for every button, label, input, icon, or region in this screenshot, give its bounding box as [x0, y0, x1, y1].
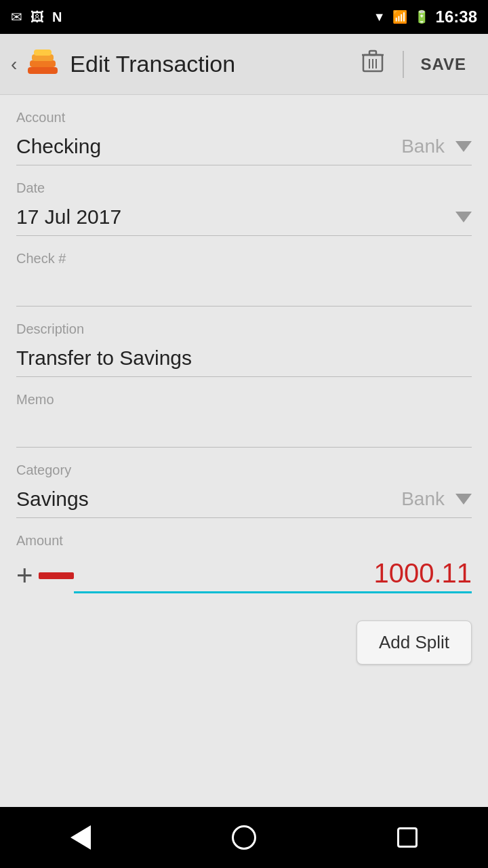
category-secondary: Bank: [401, 488, 445, 510]
recents-nav-icon: [397, 827, 418, 848]
gmail-icon: ✉: [11, 9, 22, 25]
trash-icon: [362, 50, 384, 79]
check-section: Check #: [0, 236, 488, 307]
main-content: Account Checking Bank Date 17 Jul 2017 C…: [0, 95, 488, 807]
nav-back-button[interactable]: [43, 818, 118, 856]
account-value: Checking: [16, 135, 401, 158]
account-secondary: Bank: [401, 136, 445, 157]
signal-icon: 📶: [392, 9, 407, 24]
account-field-row[interactable]: Checking Bank: [16, 128, 472, 165]
page-title: Edit Transaction: [70, 51, 348, 77]
check-input[interactable]: [16, 269, 472, 307]
battery-icon: 🔋: [414, 9, 429, 24]
nav-recents-button[interactable]: [370, 821, 445, 854]
time-display: 16:38: [436, 7, 477, 26]
memo-section: Memo: [0, 377, 488, 448]
status-bar: ✉ 🖼 N ▼ 📶 🔋 16:38: [0, 0, 488, 34]
date-section: Date 17 Jul 2017: [0, 165, 488, 236]
date-label: Date: [16, 165, 472, 199]
check-label: Check #: [16, 236, 472, 269]
svg-rect-0: [28, 67, 58, 74]
save-button[interactable]: SAVE: [409, 50, 477, 79]
description-label: Description: [16, 307, 472, 340]
date-value: 17 Jul 2017: [16, 205, 450, 229]
plus-button[interactable]: +: [16, 559, 33, 592]
minus-button[interactable]: [39, 572, 74, 579]
add-split-wrapper: Add Split: [0, 607, 488, 665]
account-section: Account Checking Bank: [0, 95, 488, 165]
category-field-row[interactable]: Savings Bank: [16, 481, 472, 518]
memo-input[interactable]: [16, 410, 472, 448]
amount-input-wrapper: 1000.11: [74, 558, 472, 593]
back-nav-icon: [70, 825, 91, 850]
delete-button[interactable]: [348, 44, 397, 84]
amount-label: Amount: [16, 518, 472, 551]
account-label: Account: [16, 95, 472, 128]
toolbar-divider: [403, 51, 404, 78]
category-dropdown-arrow: [455, 494, 472, 505]
app-bar: ‹ Edit Transaction SAVE: [0, 34, 488, 95]
app-logo: [25, 47, 60, 82]
category-label: Category: [16, 448, 472, 481]
add-split-button[interactable]: Add Split: [357, 620, 472, 665]
back-button[interactable]: ‹: [11, 54, 17, 75]
description-section: Description: [0, 307, 488, 377]
n-icon: N: [52, 9, 62, 25]
category-value: Savings: [16, 488, 401, 511]
nav-home-button[interactable]: [205, 818, 283, 856]
category-section: Category Savings Bank: [0, 448, 488, 518]
amount-value[interactable]: 1000.11: [74, 558, 472, 589]
wifi-icon: ▼: [373, 10, 386, 24]
svg-rect-3: [34, 50, 52, 56]
bottom-nav: [0, 807, 488, 868]
description-input[interactable]: [16, 340, 472, 377]
app-bar-actions: SAVE: [348, 44, 477, 84]
amount-controls: + 1000.11: [16, 558, 472, 593]
svg-rect-1: [30, 60, 56, 67]
status-bar-left: ✉ 🖼 N: [11, 9, 62, 25]
image-icon: 🖼: [30, 9, 44, 25]
amount-section: Amount + 1000.11: [0, 518, 488, 607]
date-field-row[interactable]: 17 Jul 2017: [16, 199, 472, 236]
account-dropdown-arrow: [455, 141, 472, 152]
date-dropdown-arrow: [455, 212, 472, 222]
home-nav-icon: [232, 825, 256, 850]
status-bar-right: ▼ 📶 🔋 16:38: [373, 7, 477, 26]
memo-label: Memo: [16, 377, 472, 410]
